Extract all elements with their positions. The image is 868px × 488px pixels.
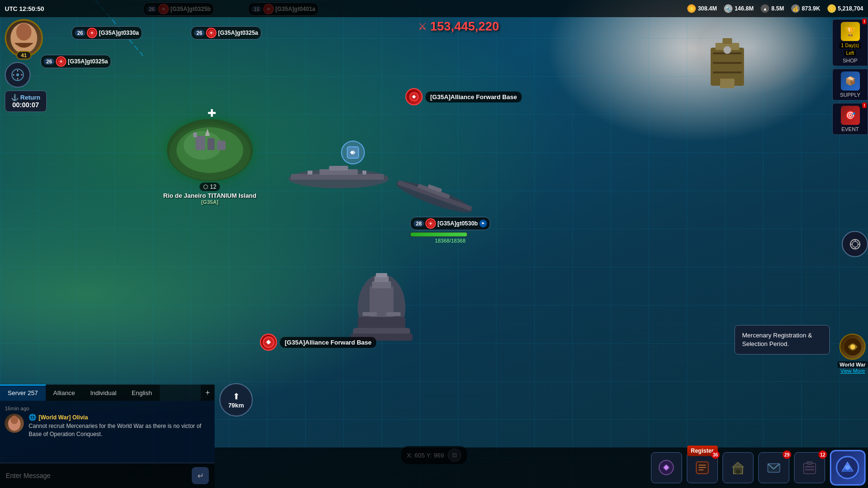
unit-gt0325a-top: 26 [G35A]gt0325a bbox=[191, 26, 261, 40]
damage-value: 153,445,220 bbox=[430, 19, 499, 34]
svg-rect-39 bbox=[362, 171, 366, 174]
forward-base-bottom: [G35A]Alliance Forward Base bbox=[260, 334, 376, 351]
top-bar: UTC 12:50:50 🪙 308.4M 🔩 146.8M ▲ 8.5M 💰 … bbox=[0, 0, 868, 17]
mail-button[interactable]: 29 bbox=[758, 452, 789, 483]
svg-rect-11 bbox=[723, 38, 732, 44]
player-avatar[interactable]: 41 bbox=[5, 19, 43, 57]
combat-button[interactable] bbox=[651, 452, 682, 483]
svg-rect-74 bbox=[804, 463, 816, 474]
steel-value: 146.8M bbox=[734, 5, 754, 12]
chat-add-tab[interactable]: + bbox=[201, 385, 215, 401]
event-label: EVENT bbox=[841, 126, 859, 132]
supply-icon: 📦 bbox=[841, 71, 860, 91]
warship-carrier bbox=[286, 162, 391, 197]
chat-content: 🌐 [World War] Olivia Cannot recruit Merc… bbox=[29, 414, 210, 438]
camera-button[interactable] bbox=[842, 231, 868, 257]
supply-label: SUPPLY bbox=[840, 92, 860, 98]
base-icon bbox=[405, 88, 423, 105]
shop-icon: 🏆 bbox=[841, 22, 860, 41]
chat-input-bar[interactable]: Enter Message ↵ bbox=[0, 463, 215, 488]
damage-display: ⚔ 153,445,220 bbox=[418, 19, 499, 34]
svg-rect-52 bbox=[362, 312, 377, 316]
island[interactable]: ✚ ⬡ 12 Rio de Janeiro TITANIUM Island [G… bbox=[167, 119, 253, 181]
right-side-buttons: ! 🏆 1 Day(s) Left SHOP 📦 SUPPLY ! 🎯 EVEN… bbox=[832, 19, 868, 135]
alliance-hq-button[interactable] bbox=[830, 450, 866, 486]
resource-steel: 🔩 146.8M bbox=[724, 4, 754, 13]
event-icon: 🎯 bbox=[841, 106, 860, 125]
power-value: 5,218,704 bbox=[838, 5, 863, 12]
svg-point-15 bbox=[723, 46, 731, 54]
coin-value: 873.9K bbox=[802, 5, 820, 12]
chat-tab-server[interactable]: Server 257 bbox=[0, 385, 46, 401]
svg-point-63 bbox=[10, 416, 18, 424]
island-name: Rio de Janeiro TITANIUM Island bbox=[163, 192, 257, 199]
inventory-button[interactable]: 12 bbox=[794, 452, 825, 483]
compass-icon: ⬆ bbox=[233, 391, 240, 402]
svg-rect-72 bbox=[736, 470, 740, 474]
oil-icon: ▲ bbox=[761, 4, 769, 13]
world-war-section[interactable]: World War View More bbox=[837, 334, 868, 374]
island-level: ⬡ 12 bbox=[199, 183, 220, 191]
shop-timer2: Left bbox=[844, 50, 856, 56]
base-icon-bottom bbox=[260, 334, 277, 351]
distance-indicator: ⬆ 79km bbox=[219, 383, 253, 417]
build-button[interactable] bbox=[723, 452, 754, 483]
mercenary-tooltip: Mercenary Registration & Selection Perio… bbox=[734, 325, 830, 355]
supply-button[interactable]: 📦 SUPPLY bbox=[832, 69, 868, 101]
forward-base-bottom-label: [G35A]Alliance Forward Base bbox=[280, 337, 376, 348]
chat-input-placeholder[interactable]: Enter Message bbox=[6, 472, 51, 479]
unit-gt0325a-side: 26 [G35A]gt0325a bbox=[41, 55, 111, 68]
forward-base-top: [G35A]Alliance Forward Base bbox=[405, 88, 522, 105]
navigation-button[interactable] bbox=[5, 62, 31, 88]
return-button[interactable]: ⚓ Return 00:00:07 bbox=[5, 91, 47, 112]
island-marker: ✚ bbox=[207, 107, 216, 120]
view-more-button[interactable]: View More bbox=[840, 368, 865, 374]
shop-alert: ! bbox=[862, 19, 867, 24]
svg-rect-53 bbox=[386, 312, 401, 316]
unit-icon bbox=[56, 56, 66, 67]
unit-name: [G35A]gt0325a bbox=[68, 58, 108, 65]
enter-button[interactable]: ↵ bbox=[192, 467, 209, 484]
resources-bar: 🪙 308.4M 🔩 146.8M ▲ 8.5M 💰 873.9K ⚡ 5,21… bbox=[687, 4, 863, 13]
unit-name: [G35A]gt0530b bbox=[437, 220, 478, 227]
chat-tab-individual[interactable]: Individual bbox=[83, 385, 124, 401]
svg-rect-26 bbox=[207, 138, 215, 150]
missions-button[interactable]: Register 36 bbox=[687, 452, 718, 483]
resource-power: ⚡ 5,218,704 bbox=[827, 4, 863, 13]
resource-oil: ▲ 8.5M bbox=[761, 4, 784, 13]
svg-rect-14 bbox=[713, 71, 742, 73]
chat-tab-english[interactable]: English bbox=[124, 385, 160, 401]
unit-level-badge: 26 bbox=[44, 58, 54, 65]
svg-rect-48 bbox=[376, 273, 387, 277]
shop-button[interactable]: ! 🏆 1 Day(s) Left SHOP bbox=[832, 19, 868, 66]
svg-marker-71 bbox=[733, 462, 744, 467]
chat-tab-alliance[interactable]: Alliance bbox=[46, 385, 83, 401]
svg-rect-75 bbox=[807, 462, 812, 464]
svg-rect-38 bbox=[308, 171, 312, 174]
svg-point-79 bbox=[845, 465, 850, 470]
globe-icon: 🌐 bbox=[29, 414, 36, 421]
event-button[interactable]: ! 🎯 EVENT bbox=[832, 103, 868, 135]
inventory-badge: 12 bbox=[818, 450, 827, 459]
island-shape bbox=[167, 119, 253, 181]
unit-icon bbox=[425, 218, 436, 229]
chat-timestamp: 16min ago bbox=[5, 406, 210, 411]
shop-timer: 1 Day(s) bbox=[839, 42, 861, 49]
gold-value: 308.4M bbox=[698, 5, 717, 12]
unit-level: 28 bbox=[413, 220, 424, 227]
svg-point-6 bbox=[16, 23, 31, 41]
svg-rect-76 bbox=[805, 466, 814, 468]
distance-value: 79km bbox=[228, 402, 244, 409]
forward-base-top-label: [G35A]Alliance Forward Base bbox=[425, 92, 522, 102]
health-value: 18368/18368 bbox=[410, 238, 490, 244]
chat-message: 🌐 [World War] Olivia Cannot recruit Merc… bbox=[5, 414, 210, 438]
island-label: ⬡ 12 Rio de Janeiro TITANIUM Island [G35… bbox=[163, 182, 257, 205]
unit-level-badge: 26 bbox=[194, 30, 205, 36]
return-timer: 00:00:07 bbox=[12, 101, 39, 109]
unit-gt0330a: 26 [G35A]gt0330a bbox=[72, 26, 142, 40]
coin-icon: 💰 bbox=[791, 4, 800, 13]
alliance-flag: ⚑ bbox=[479, 220, 487, 227]
camera-icon bbox=[842, 231, 868, 257]
svg-rect-77 bbox=[805, 469, 814, 470]
svg-rect-13 bbox=[713, 62, 742, 64]
